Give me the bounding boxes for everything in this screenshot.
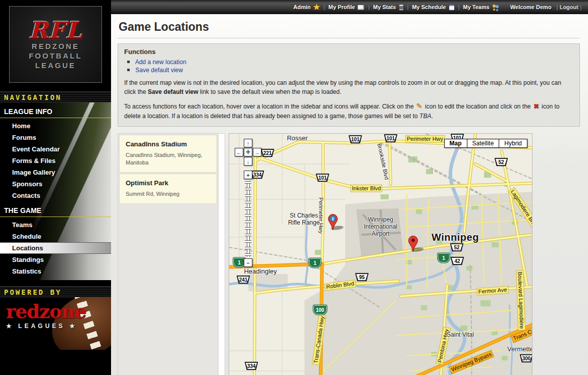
sidebar: RFL REDZONE FOOTBALL LEAGUE NAVIGATION L… [0, 0, 111, 375]
route-shield: 101 [316, 174, 330, 182]
map[interactable]: Rosser Perimeter Hwy Brookside Blvd Inks… [229, 133, 532, 375]
map-tiles [229, 134, 532, 375]
navigation-header: NAVIGATION [0, 91, 111, 102]
sidebar-item[interactable]: Standings [0, 254, 111, 265]
topbar-item[interactable]: My Teams [455, 4, 499, 11]
league-logo-line: LEAGUE [35, 61, 76, 70]
nav-section-the-game: THE GAME [0, 201, 111, 217]
panels-row: CanadInns Stadium CanadInns Stadium, Win… [118, 133, 580, 375]
function-link[interactable]: Save default view [135, 67, 183, 74]
map-label: Winnipeg International Airport [364, 217, 397, 237]
para1-bold: Save default view [148, 88, 198, 95]
route-shield: 334 [245, 362, 258, 370]
location-name: CanadInns Stadium [126, 140, 211, 148]
pan-center-button[interactable]: ✛ [244, 148, 252, 156]
pan-down-button[interactable]: ↓ [244, 157, 252, 166]
sidebar-item[interactable]: Forums [0, 132, 111, 143]
sidebar-item[interactable]: Schedule [0, 231, 111, 242]
sidebar-item[interactable]: Forms & Files [0, 155, 111, 167]
pan-left-button[interactable]: ← [235, 148, 243, 156]
nav-section-league-info: LEAGUE INFO [0, 102, 111, 118]
map-type-button[interactable]: Satellite [467, 139, 500, 148]
topbar-item-label: Admin [293, 4, 310, 10]
route-shield: 100 [313, 305, 327, 315]
sidebar-item[interactable]: Home [0, 120, 111, 132]
functions-box: Functions Add a new location Save defaul… [118, 43, 580, 127]
topbar-item[interactable]: My Stats [364, 4, 403, 11]
topbar-item[interactable]: My Schedule [404, 4, 455, 11]
pan-up-button[interactable]: ↑ [244, 139, 252, 147]
map-type-buttons: Map Satellite Hybrid [444, 139, 527, 148]
location-address: Summit Rd, Winnipeg [126, 190, 211, 198]
topbar-item-label: My Profile [329, 4, 355, 10]
sidebar-item[interactable]: Sponsors [0, 178, 111, 190]
locations-panel: CanadInns Stadium CanadInns Stadium, Win… [118, 133, 225, 375]
map-label: Vermette [507, 346, 532, 353]
nav-underline [0, 217, 111, 217]
content-column: Admin My Profile My Stats My Schedule My… [111, 0, 588, 375]
instructions-paragraph-1: If the current map view is not in the de… [124, 78, 573, 96]
topbar-item[interactable]: Admin [293, 3, 320, 12]
league-logo-line: REDZONE [32, 41, 79, 51]
location-card[interactable]: CanadInns Stadium CanadInns Stadium, Win… [119, 135, 217, 173]
topbar-item-icon [357, 5, 364, 10]
topbar-item-icon [313, 3, 320, 12]
map-type-button[interactable]: Map [444, 139, 467, 148]
map-label: Saint Vital [447, 332, 474, 339]
powered-by-header: POWERED BY [0, 286, 111, 297]
route-shield: 241 [237, 276, 250, 284]
para1-post: link to save the default view when the m… [198, 88, 342, 95]
logout-link[interactable]: Logout [560, 4, 578, 10]
page-title: Game Locations [118, 18, 580, 38]
route-shield: 42 [451, 257, 464, 265]
para2-mid: icon to edit the location and click on t… [423, 103, 532, 110]
route-shield: 334 [251, 171, 264, 179]
location-card[interactable]: Optimist Park Summit Rd, Winnipeg [119, 174, 217, 204]
map-marker-location[interactable] [408, 235, 418, 252]
vertical-scrollbar[interactable] [218, 134, 225, 375]
edit-pencil-icon: ✎ [415, 102, 423, 110]
svg-text:i: i [332, 217, 334, 222]
zoom-slider[interactable] [245, 181, 251, 257]
delete-x-icon: ✖ [532, 102, 540, 110]
main-area: Game Locations Functions Add a new locat… [111, 14, 588, 375]
zoom-out-button[interactable]: − [244, 258, 252, 267]
topbar-item-icon [399, 4, 404, 11]
instructions-paragraph-2: To access functions for each location, h… [124, 101, 573, 121]
sidebar-item[interactable]: Contacts [0, 190, 111, 201]
map-label: Headingley [244, 268, 277, 276]
map-label: Winnipeg [432, 232, 479, 243]
route-shield: 1 [438, 253, 450, 263]
topbar-item-label: My Teams [463, 4, 490, 10]
function-link[interactable]: Add a new location [135, 59, 186, 66]
location-name: Optimist Park [126, 179, 211, 187]
bullet-icon [127, 69, 130, 71]
route-shield: 95 [355, 273, 369, 282]
topbar-item-label: My Schedule [412, 4, 446, 10]
map-label: Inkster Blvd [351, 185, 382, 192]
sidebar-item[interactable]: Teams [0, 219, 111, 231]
pan-right-button[interactable]: → [253, 148, 261, 156]
sidebar-item[interactable]: Locations [0, 242, 111, 254]
function-link-row: Save default view [127, 67, 573, 74]
league-logo-abbr: RFL [29, 19, 82, 41]
functions-title: Functions [124, 48, 573, 56]
map-type-button[interactable]: Hybrid [499, 139, 527, 148]
route-shield: 52 [450, 243, 464, 252]
sidebar-item[interactable]: Statistics [0, 265, 111, 277]
map-marker-info[interactable]: i [328, 213, 338, 231]
nav-underline [0, 118, 111, 118]
map-label: St Charles Rifle Range [288, 212, 320, 227]
welcome-text: Welcome Demo [510, 4, 552, 10]
topbar-item[interactable]: My Profile [320, 4, 364, 10]
zoom-in-button[interactable]: + [244, 171, 252, 179]
para2-pre: To access functions for each location, h… [124, 103, 415, 110]
route-shield: 101 [349, 135, 362, 144]
sidebar-item[interactable]: Image Gallery [0, 167, 111, 178]
topbar: Admin My Profile My Stats My Schedule My… [111, 0, 588, 14]
para2-end: . [431, 113, 433, 120]
route-shield: 221 [261, 149, 275, 157]
route-shield: 101 [384, 134, 398, 143]
redzone-leagues-logo: redzone ★ LEAGUES ★ [0, 297, 111, 350]
sidebar-item[interactable]: Event Calendar [0, 143, 111, 155]
